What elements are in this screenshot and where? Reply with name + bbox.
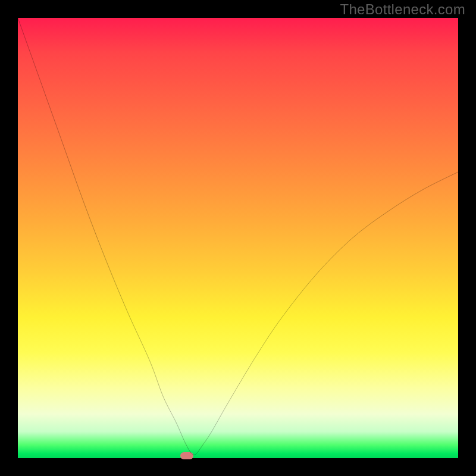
bottleneck-curve (18, 18, 458, 458)
watermark-text: TheBottleneck.com (340, 1, 465, 18)
curve-path (18, 18, 458, 455)
plot-area (18, 18, 458, 458)
chart-container: TheBottleneck.com (0, 0, 476, 476)
